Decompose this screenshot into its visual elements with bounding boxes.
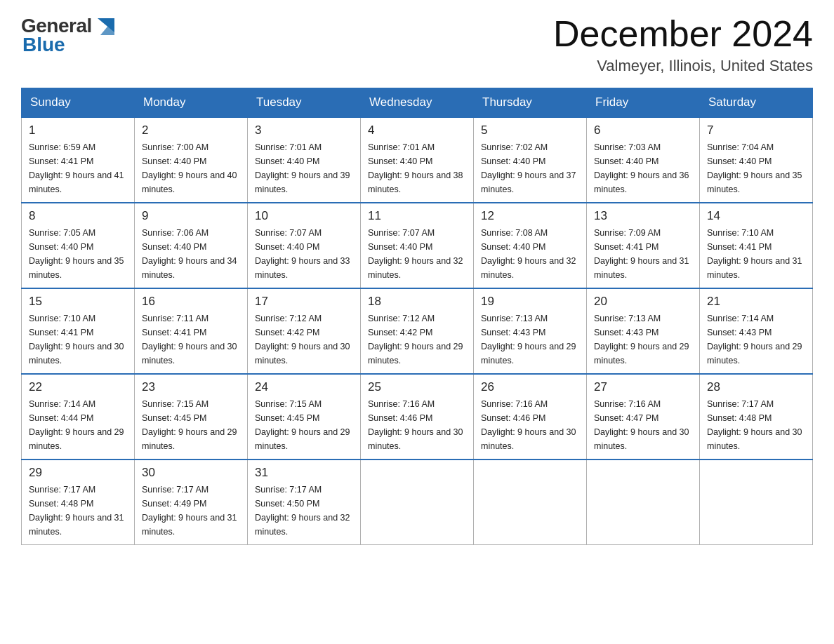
calendar-cell: 29Sunrise: 7:17 AMSunset: 4:48 PMDayligh… [22,459,135,545]
day-number: 9 [142,209,240,223]
day-info: Sunrise: 7:11 AMSunset: 4:41 PMDaylight:… [142,311,240,368]
day-info: Sunrise: 7:15 AMSunset: 4:45 PMDaylight:… [255,397,353,453]
calendar-cell [587,459,700,545]
day-info: Sunrise: 7:10 AMSunset: 4:41 PMDaylight:… [707,226,805,282]
title-section: December 2024 Valmeyer, Illinois, United… [553,14,813,75]
calendar-cell: 18Sunrise: 7:12 AMSunset: 4:42 PMDayligh… [361,288,474,374]
calendar-cell: 20Sunrise: 7:13 AMSunset: 4:43 PMDayligh… [587,288,700,374]
calendar-cell: 6Sunrise: 7:03 AMSunset: 4:40 PMDaylight… [587,117,700,203]
calendar-cell: 2Sunrise: 7:00 AMSunset: 4:40 PMDaylight… [135,117,248,203]
calendar-cell: 15Sunrise: 7:10 AMSunset: 4:41 PMDayligh… [22,288,135,374]
day-number: 21 [707,295,805,309]
day-info: Sunrise: 7:01 AMSunset: 4:40 PMDaylight:… [368,140,466,196]
calendar-cell: 3Sunrise: 7:01 AMSunset: 4:40 PMDaylight… [248,117,361,203]
day-info: Sunrise: 7:03 AMSunset: 4:40 PMDaylight:… [594,140,692,196]
header-row: SundayMondayTuesdayWednesdayThursdayFrid… [22,88,813,118]
calendar-cell: 10Sunrise: 7:07 AMSunset: 4:40 PMDayligh… [248,203,361,288]
day-info: Sunrise: 7:10 AMSunset: 4:41 PMDaylight:… [29,311,127,368]
calendar-cell: 11Sunrise: 7:07 AMSunset: 4:40 PMDayligh… [361,203,474,288]
calendar-table: SundayMondayTuesdayWednesdayThursdayFrid… [21,88,813,545]
calendar-cell: 12Sunrise: 7:08 AMSunset: 4:40 PMDayligh… [474,203,587,288]
day-number: 23 [142,380,240,394]
day-info: Sunrise: 7:17 AMSunset: 4:49 PMDaylight:… [142,483,240,539]
header-cell-wednesday: Wednesday [361,88,474,118]
day-number: 6 [594,123,692,137]
week-row-4: 22Sunrise: 7:14 AMSunset: 4:44 PMDayligh… [22,374,813,459]
calendar-cell: 22Sunrise: 7:14 AMSunset: 4:44 PMDayligh… [22,374,135,459]
calendar-cell [361,459,474,545]
calendar-cell: 8Sunrise: 7:05 AMSunset: 4:40 PMDaylight… [22,203,135,288]
week-row-5: 29Sunrise: 7:17 AMSunset: 4:48 PMDayligh… [22,459,813,545]
calendar-cell: 28Sunrise: 7:17 AMSunset: 4:48 PMDayligh… [700,374,813,459]
day-number: 17 [255,295,353,309]
day-info: Sunrise: 7:17 AMSunset: 4:50 PMDaylight:… [255,483,353,539]
day-number: 25 [368,380,466,394]
calendar-cell: 17Sunrise: 7:12 AMSunset: 4:42 PMDayligh… [248,288,361,374]
calendar-cell: 4Sunrise: 7:01 AMSunset: 4:40 PMDaylight… [361,117,474,203]
day-info: Sunrise: 7:09 AMSunset: 4:41 PMDaylight:… [594,226,692,282]
calendar-cell: 25Sunrise: 7:16 AMSunset: 4:46 PMDayligh… [361,374,474,459]
day-info: Sunrise: 7:16 AMSunset: 4:46 PMDaylight:… [368,397,466,453]
day-number: 5 [481,123,579,137]
header-cell-monday: Monday [135,88,248,118]
day-info: Sunrise: 7:16 AMSunset: 4:46 PMDaylight:… [481,397,579,453]
day-number: 20 [594,295,692,309]
day-number: 10 [255,209,353,223]
day-number: 29 [29,466,127,480]
day-number: 14 [707,209,805,223]
month-title: December 2024 [553,14,813,54]
calendar-cell: 9Sunrise: 7:06 AMSunset: 4:40 PMDaylight… [135,203,248,288]
day-number: 11 [368,209,466,223]
header-cell-friday: Friday [587,88,700,118]
logo: General Blue [21,14,117,56]
week-row-3: 15Sunrise: 7:10 AMSunset: 4:41 PMDayligh… [22,288,813,374]
day-info: Sunrise: 7:13 AMSunset: 4:43 PMDaylight:… [481,311,579,368]
calendar-cell: 24Sunrise: 7:15 AMSunset: 4:45 PMDayligh… [248,374,361,459]
calendar-cell: 1Sunrise: 6:59 AMSunset: 4:41 PMDaylight… [22,117,135,203]
location-text: Valmeyer, Illinois, United States [553,57,813,75]
header-cell-tuesday: Tuesday [248,88,361,118]
day-number: 19 [481,295,579,309]
calendar-cell: 27Sunrise: 7:16 AMSunset: 4:47 PMDayligh… [587,374,700,459]
day-number: 13 [594,209,692,223]
day-info: Sunrise: 7:12 AMSunset: 4:42 PMDaylight:… [255,311,353,368]
day-number: 22 [29,380,127,394]
day-info: Sunrise: 6:59 AMSunset: 4:41 PMDaylight:… [29,140,127,196]
header-cell-thursday: Thursday [474,88,587,118]
day-info: Sunrise: 7:04 AMSunset: 4:40 PMDaylight:… [707,140,805,196]
day-info: Sunrise: 7:15 AMSunset: 4:45 PMDaylight:… [142,397,240,453]
calendar-cell: 30Sunrise: 7:17 AMSunset: 4:49 PMDayligh… [135,459,248,545]
day-number: 7 [707,123,805,137]
day-number: 12 [481,209,579,223]
calendar-cell: 26Sunrise: 7:16 AMSunset: 4:46 PMDayligh… [474,374,587,459]
calendar-cell: 13Sunrise: 7:09 AMSunset: 4:41 PMDayligh… [587,203,700,288]
header-cell-sunday: Sunday [22,88,135,118]
day-number: 31 [255,466,353,480]
calendar-cell: 14Sunrise: 7:10 AMSunset: 4:41 PMDayligh… [700,203,813,288]
calendar-cell [700,459,813,545]
calendar-cell: 21Sunrise: 7:14 AMSunset: 4:43 PMDayligh… [700,288,813,374]
week-row-1: 1Sunrise: 6:59 AMSunset: 4:41 PMDaylight… [22,117,813,203]
day-info: Sunrise: 7:00 AMSunset: 4:40 PMDaylight:… [142,140,240,196]
day-number: 24 [255,380,353,394]
day-number: 28 [707,380,805,394]
day-info: Sunrise: 7:17 AMSunset: 4:48 PMDaylight:… [29,483,127,539]
calendar-cell: 23Sunrise: 7:15 AMSunset: 4:45 PMDayligh… [135,374,248,459]
day-info: Sunrise: 7:16 AMSunset: 4:47 PMDaylight:… [594,397,692,453]
day-info: Sunrise: 7:17 AMSunset: 4:48 PMDaylight:… [707,397,805,453]
header-cell-saturday: Saturday [700,88,813,118]
day-number: 26 [481,380,579,394]
calendar-cell: 31Sunrise: 7:17 AMSunset: 4:50 PMDayligh… [248,459,361,545]
day-info: Sunrise: 7:12 AMSunset: 4:42 PMDaylight:… [368,311,466,368]
day-number: 30 [142,466,240,480]
day-number: 27 [594,380,692,394]
day-number: 1 [29,123,127,137]
day-number: 2 [142,123,240,137]
day-number: 8 [29,209,127,223]
day-number: 18 [368,295,466,309]
day-info: Sunrise: 7:14 AMSunset: 4:44 PMDaylight:… [29,397,127,453]
day-info: Sunrise: 7:13 AMSunset: 4:43 PMDaylight:… [594,311,692,368]
week-row-2: 8Sunrise: 7:05 AMSunset: 4:40 PMDaylight… [22,203,813,288]
day-number: 16 [142,295,240,309]
day-info: Sunrise: 7:02 AMSunset: 4:40 PMDaylight:… [481,140,579,196]
